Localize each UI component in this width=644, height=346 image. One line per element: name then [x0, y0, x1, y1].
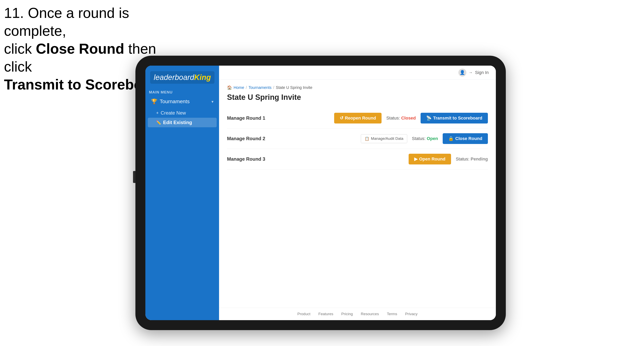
footer-product[interactable]: Product — [297, 312, 310, 316]
reopen-icon: ↺ — [340, 116, 343, 121]
footer-resources[interactable]: Resources — [361, 312, 379, 316]
close-round-button[interactable]: 🔒 Close Round — [443, 133, 488, 144]
footer-pricing[interactable]: Pricing — [341, 312, 353, 316]
sub-nav: + Create New ✏️ Edit Existing — [148, 107, 217, 128]
sidebar-main-menu-label: MAIN MENU — [145, 88, 219, 96]
sign-in-area[interactable]: 👤 → Sign In — [458, 69, 489, 77]
transmit-icon: 📡 — [426, 116, 432, 121]
round-2-right: 📋 Manage/Audit Data Status: Open 🔒 Close… — [361, 133, 488, 144]
edit-existing-label: Edit Existing — [163, 120, 192, 125]
round-2-label: Manage Round 2 — [227, 136, 271, 141]
tablet-frame: leaderboardKing MAIN MENU 🏆 Tournaments … — [136, 56, 506, 330]
open-round-label: Open Round — [419, 157, 446, 162]
round-2-status-value: Open — [427, 136, 438, 141]
breadcrumb: 🏠 Home / Tournaments / State U Spring In… — [227, 85, 488, 90]
sidebar: leaderboardKing MAIN MENU 🏆 Tournaments … — [145, 66, 219, 320]
round-3-status-value: Pending — [470, 157, 488, 162]
round-1-status: Status: Closed — [386, 116, 416, 121]
round-1-status-value: Closed — [401, 116, 416, 121]
edit-icon: ✏️ — [156, 120, 161, 125]
sign-in-label: Sign In — [475, 70, 489, 75]
top-bar: 👤 → Sign In — [219, 66, 496, 80]
app-footer: Product Features Pricing Resources Terms… — [219, 308, 496, 320]
logo-leaderboard: leaderboard — [154, 73, 194, 82]
home-icon: 🏠 — [227, 85, 232, 90]
open-icon: ▶ — [414, 157, 418, 162]
plus-icon: + — [156, 110, 159, 116]
breadcrumb-sep1: / — [246, 85, 247, 90]
instruction-bold1: Close Round — [36, 41, 124, 57]
instruction-line1: 11. Once a round is complete, — [4, 5, 129, 39]
transmit-to-scoreboard-button[interactable]: 📡 Transmit to Scoreboard — [420, 113, 488, 124]
logo-king: King — [194, 73, 211, 82]
reopen-round-button[interactable]: ↺ Reopen Round — [334, 113, 382, 124]
instruction-line2: click — [4, 41, 36, 57]
footer-privacy[interactable]: Privacy — [405, 312, 418, 316]
round-row-3: Manage Round 3 ▶ Open Round Status: Pend… — [227, 149, 488, 170]
round-row-1: Manage Round 1 ↺ Reopen Round Status: Cl… — [227, 108, 488, 129]
sign-in-arrow-icon: → — [469, 70, 473, 75]
round-3-right: ▶ Open Round Status: Pending — [388, 154, 488, 165]
footer-features[interactable]: Features — [318, 312, 333, 316]
breadcrumb-sep2: / — [273, 85, 274, 90]
page-content: 🏠 Home / Tournaments / State U Spring In… — [219, 80, 496, 308]
transmit-label: Transmit to Scoreboard — [433, 116, 482, 121]
round-1-label: Manage Round 1 — [227, 115, 271, 121]
trophy-icon: 🏆 — [151, 98, 157, 105]
manage-audit-label: Manage/Audit Data — [371, 136, 404, 141]
sidebar-logo: leaderboardKing — [145, 66, 219, 88]
round-1-right: ↺ Reopen Round Status: Closed 📡 Transmit… — [334, 113, 488, 124]
breadcrumb-home[interactable]: Home — [234, 85, 244, 90]
app-layout: leaderboardKing MAIN MENU 🏆 Tournaments … — [145, 66, 496, 320]
create-new-label: Create New — [161, 110, 186, 116]
open-round-button[interactable]: ▶ Open Round — [408, 154, 451, 165]
breadcrumb-tournaments[interactable]: Tournaments — [248, 85, 272, 90]
user-avatar-icon: 👤 — [458, 69, 466, 77]
breadcrumb-current: State U Spring Invite — [276, 85, 312, 90]
nav-item-left: 🏆 Tournaments — [151, 98, 190, 105]
sidebar-nav: 🏆 Tournaments ▾ + Create New ✏️ Edit Exi… — [145, 96, 219, 128]
round-2-status: Status: Open — [412, 136, 438, 141]
sidebar-item-edit-existing[interactable]: ✏️ Edit Existing — [148, 118, 217, 127]
clipboard-icon: 📋 — [364, 136, 370, 141]
page-title: State U Spring Invite — [227, 93, 488, 102]
logo-box: leaderboardKing — [150, 71, 214, 84]
round-3-status: Status: Pending — [456, 157, 488, 162]
reopen-round-label: Reopen Round — [345, 116, 376, 121]
tournaments-nav-label: Tournaments — [160, 98, 190, 105]
footer-terms[interactable]: Terms — [387, 312, 397, 316]
manage-audit-data-button[interactable]: 📋 Manage/Audit Data — [361, 134, 407, 143]
main-content: 👤 → Sign In 🏠 Home / Tournaments / State — [219, 66, 496, 320]
tablet-screen: leaderboardKing MAIN MENU 🏆 Tournaments … — [145, 66, 496, 320]
lock-icon: 🔒 — [448, 136, 454, 141]
sidebar-item-create-new[interactable]: + Create New — [148, 108, 217, 118]
logo-text: leaderboardKing — [154, 73, 211, 82]
round-3-label: Manage Round 3 — [227, 156, 271, 162]
round-row-2: Manage Round 2 📋 Manage/Audit Data Statu… — [227, 129, 488, 149]
sidebar-item-tournaments[interactable]: 🏆 Tournaments ▾ — [148, 96, 217, 107]
close-round-label: Close Round — [455, 136, 482, 141]
chevron-down-icon: ▾ — [212, 99, 214, 104]
